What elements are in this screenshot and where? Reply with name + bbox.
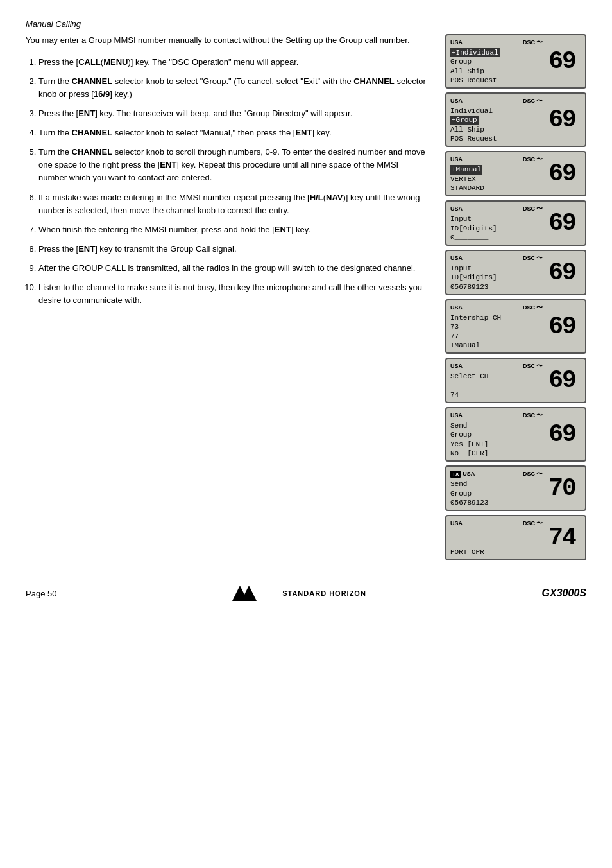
lcd3-number: 69 bbox=[543, 155, 581, 193]
lcd7-wave-icon: 〜 bbox=[536, 361, 543, 370]
footer-brand: STANDARD HORIZON bbox=[232, 586, 366, 601]
step-7: When finish the entering the MMSI number… bbox=[38, 223, 426, 236]
lcd10-header-left: USA bbox=[450, 520, 463, 526]
lcd1-number: 69 bbox=[543, 38, 581, 85]
lcd-display-6: USA DSC 〜 Intership CH 73 77 +Manual 69 bbox=[445, 299, 586, 354]
lcd-display-4: USA DSC 〜 Input ID[9digits] 0________ 69 bbox=[445, 200, 586, 246]
left-column: You may enter a Group MMSI number manual… bbox=[26, 34, 432, 560]
lcd10-wave-icon: 〜 bbox=[536, 519, 543, 528]
page-title: Manual Calling bbox=[26, 19, 586, 29]
lcd-display-2: USA DSC 〜 Individual +Group All Ship POS… bbox=[445, 92, 586, 147]
lcd9-tx-badge: TX bbox=[450, 471, 461, 478]
lcd9-wave-icon: 〜 bbox=[536, 469, 543, 478]
lcd6-header-left: USA bbox=[450, 304, 463, 311]
right-column: USA DSC 〜 +Individual Group All Ship POS… bbox=[445, 34, 586, 560]
step-9: After the GROUP CALL is transmitted, all… bbox=[38, 262, 426, 275]
lcd3-wave-icon: 〜 bbox=[536, 155, 543, 164]
lcd8-wave-icon: 〜 bbox=[536, 411, 543, 420]
lcd6-header-right: DSC bbox=[523, 304, 535, 311]
lcd10-header-right: DSC bbox=[523, 520, 535, 526]
lcd4-header-right: DSC bbox=[523, 205, 535, 212]
lcd8-header-left: USA bbox=[450, 412, 463, 419]
lcd8-body: Send Group Yes [ENT] No [CLR] bbox=[450, 421, 543, 458]
lcd10-number: 74 bbox=[543, 519, 581, 557]
step-10: Listen to the channel to make sure it is… bbox=[38, 281, 426, 307]
lcd5-number: 69 bbox=[543, 254, 581, 291]
lcd9-header-right: DSC bbox=[523, 471, 535, 477]
lcd9-header-left: USA bbox=[463, 471, 475, 477]
footer-model: GX3000S bbox=[542, 587, 586, 599]
lcd3-body: +Manual VERTEX STANDARD bbox=[450, 165, 543, 193]
lcd-display-7: USA DSC 〜 Select CH 74 69 bbox=[445, 358, 586, 403]
lcd8-number: 69 bbox=[543, 411, 581, 458]
lcd-display-10: USA DSC 〜 PORT OPR 74 bbox=[445, 515, 586, 560]
lcd-display-1: USA DSC 〜 +Individual Group All Ship POS… bbox=[445, 34, 586, 89]
standard-horizon-logo bbox=[232, 586, 277, 601]
lcd1-wave-icon: 〜 bbox=[536, 38, 543, 47]
lcd2-header-right: DSC bbox=[523, 98, 535, 104]
lcd4-wave-icon: 〜 bbox=[536, 204, 543, 213]
lcd5-body: Input ID[9digits] 056789123 bbox=[450, 264, 543, 291]
lcd-display-9: TX USA DSC 〜 Send Group 056789123 70 bbox=[445, 465, 586, 511]
lcd5-wave-icon: 〜 bbox=[536, 254, 543, 263]
lcd3-header-left: USA bbox=[450, 156, 463, 162]
intro-paragraph: You may enter a Group MMSI number manual… bbox=[26, 34, 426, 47]
lcd7-body: Select CH 74 bbox=[450, 372, 543, 399]
lcd-display-8: USA DSC 〜 Send Group Yes [ENT] No [CLR] … bbox=[445, 407, 586, 462]
lcd6-number: 69 bbox=[543, 303, 581, 350]
lcd1-header-right: DSC bbox=[523, 39, 535, 46]
lcd7-number: 69 bbox=[543, 361, 581, 399]
lcd7-header-right: DSC bbox=[523, 363, 535, 369]
lcd-display-5: USA DSC 〜 Input ID[9digits] 056789123 69 bbox=[445, 250, 586, 295]
lcd2-number: 69 bbox=[543, 96, 581, 143]
lcd4-number: 69 bbox=[543, 204, 581, 242]
lcd1-body: +Individual Group All Ship POS Request bbox=[450, 48, 543, 85]
lcd3-header-right: DSC bbox=[523, 156, 535, 162]
step-8: Press the [ENT] key to transmit the Grou… bbox=[38, 243, 426, 256]
lcd9-number: 70 bbox=[543, 469, 581, 507]
step-1: Press the [CALL(MENU)] key. The "DSC Ope… bbox=[38, 56, 426, 69]
step-4: Turn the CHANNEL selector knob to select… bbox=[38, 126, 426, 139]
brand-name: STANDARD HORIZON bbox=[282, 589, 366, 597]
lcd2-body: Individual +Group All Ship POS Request bbox=[450, 107, 543, 143]
lcd2-header-left: USA bbox=[450, 98, 463, 104]
lcd4-body: Input ID[9digits] 0________ bbox=[450, 214, 543, 242]
lcd1-header-left: USA bbox=[450, 39, 463, 46]
lcd6-wave-icon: 〜 bbox=[536, 303, 543, 312]
lcd2-wave-icon: 〜 bbox=[536, 96, 543, 105]
lcd5-header-right: DSC bbox=[523, 255, 535, 261]
lcd7-header-left: USA bbox=[450, 363, 463, 369]
step-2: Turn the CHANNEL selector knob to select… bbox=[38, 75, 426, 101]
lcd-display-3: USA DSC 〜 +Manual VERTEX STANDARD 69 bbox=[445, 151, 586, 196]
step-6: If a mistake was made entering in the MM… bbox=[38, 191, 426, 217]
page-footer: Page 50 STANDARD HORIZON GX3000S bbox=[26, 580, 586, 601]
step-3: Press the [ENT] key. The transceiver wil… bbox=[38, 107, 426, 120]
lcd10-body: PORT OPR bbox=[450, 529, 543, 557]
step-5: Turn the CHANNEL selector knob to scroll… bbox=[38, 146, 426, 184]
steps-list: Press the [CALL(MENU)] key. The "DSC Ope… bbox=[26, 56, 426, 308]
lcd8-header-right: DSC bbox=[523, 412, 535, 419]
lcd9-body: Send Group 056789123 bbox=[450, 480, 543, 507]
lcd5-header-left: USA bbox=[450, 255, 463, 261]
lcd4-header-left: USA bbox=[450, 205, 463, 212]
footer-page-label: Page 50 bbox=[26, 589, 56, 598]
lcd6-body: Intership CH 73 77 +Manual bbox=[450, 313, 543, 350]
